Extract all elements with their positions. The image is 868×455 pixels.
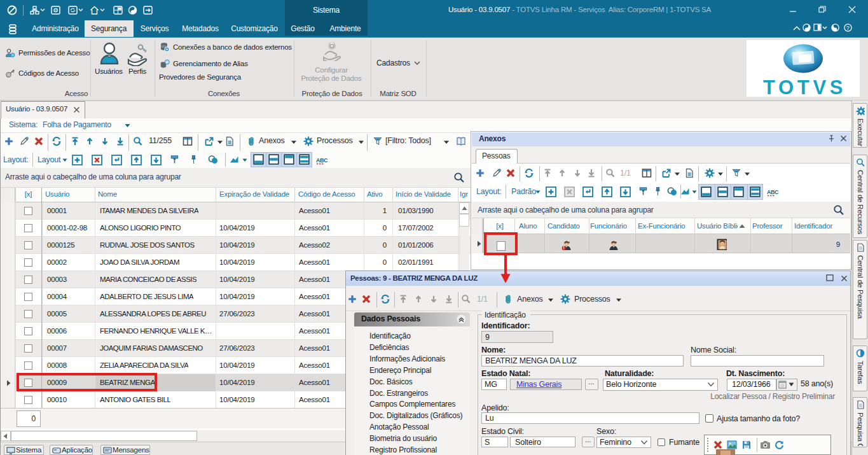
svg-text:TOTVS: TOTVS <box>763 76 843 97</box>
svg-text:ABC: ABC <box>316 157 328 164</box>
svg-text:?: ? <box>846 25 850 31</box>
svg-text:ABC: ABC <box>767 189 779 195</box>
svg-text:!: ! <box>563 246 565 250</box>
